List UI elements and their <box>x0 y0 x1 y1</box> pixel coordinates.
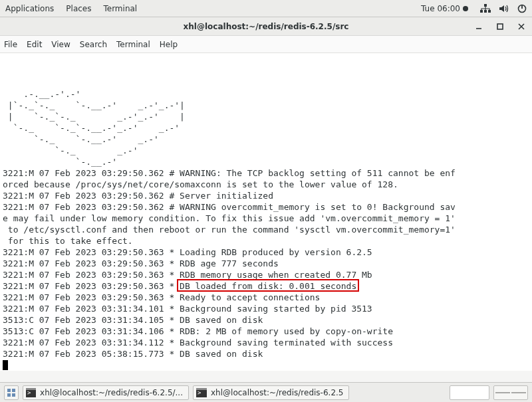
terminal-icon <box>26 388 36 397</box>
window-titlebar: xhl@localhost:~/redis/redis-6.2.5/src <box>0 17 532 36</box>
svg-rect-13 <box>12 393 15 397</box>
taskbar-app-2-label: xhl@localhost:~/redis/redis-6.2.5 <box>211 388 343 397</box>
terminal-menu[interactable]: Terminal <box>103 4 137 13</box>
menu-search[interactable]: Search <box>80 40 107 49</box>
svg-rect-12 <box>7 393 11 397</box>
terminal-cursor <box>3 360 8 370</box>
terminal-line: `-.__.-' <box>3 156 529 167</box>
svg-rect-11 <box>12 389 15 392</box>
network-icon[interactable] <box>480 4 491 13</box>
clock[interactable]: Tue 06:00 <box>421 4 468 13</box>
terminal-line: 3513:C 07 Feb 2023 03:31:34.105 * DB sav… <box>3 314 529 326</box>
terminal-line: orced because /proc/sys/net/core/somaxco… <box>3 179 529 190</box>
terminal-line: 3221:M 07 Feb 2023 03:29:50.363 * RDB ag… <box>3 258 529 269</box>
terminal-line: to /etc/sysctl.conf and then reboot or r… <box>3 224 529 235</box>
terminal-line: `-._ _.-' <box>3 145 529 156</box>
terminal-line: 3221:M 07 Feb 2023 03:29:50.363 * RDB me… <box>3 269 529 280</box>
window-minimize-button[interactable] <box>472 20 485 33</box>
terminal-cursor-line <box>3 359 529 371</box>
terminal-line: 3221:M 07 Feb 2023 03:29:50.363 * DB loa… <box>3 280 529 292</box>
terminal-line: .-.__.-'.-' <box>3 88 529 100</box>
terminal-line: 3221:M 07 Feb 2023 03:29:50.363 * Loadin… <box>3 247 529 258</box>
terminal-line: for this to take effect. <box>3 235 529 247</box>
terminal-line: 3221:M 07 Feb 2023 03:31:34.112 * Backgr… <box>3 337 529 348</box>
terminal-line: 3221:M 07 Feb 2023 03:29:50.362 # Server… <box>3 190 529 201</box>
menu-terminal[interactable]: Terminal <box>116 40 150 49</box>
window-title: xhl@localhost:~/redis/redis-6.2.5/src <box>184 22 349 31</box>
taskbar-app-1[interactable]: xhl@localhost:~/redis/redis-6.2.5/... <box>23 385 189 400</box>
terminal-line: 3221:M 07 Feb 2023 03:29:50.362 # WARNIN… <box>3 201 529 213</box>
clock-text: Tue 06:00 <box>421 4 460 13</box>
terminal-line: 3221:M 07 Feb 2023 03:29:50.362 # WARNIN… <box>3 167 529 179</box>
terminal-line: 3221:M 07 Feb 2023 03:31:34.101 * Backgr… <box>3 303 529 314</box>
svg-rect-3 <box>488 10 491 13</box>
workspace-2[interactable] <box>511 392 526 393</box>
power-icon[interactable] <box>517 4 527 13</box>
svg-rect-0 <box>484 4 487 7</box>
svg-rect-2 <box>484 10 487 13</box>
applications-menu[interactable]: Applications <box>5 4 54 13</box>
svg-rect-7 <box>497 24 503 29</box>
svg-rect-10 <box>7 389 11 392</box>
bottom-taskbar: xhl@localhost:~/redis/redis-6.2.5/... xh… <box>0 382 532 402</box>
volume-icon[interactable] <box>499 4 509 13</box>
show-desktop-button[interactable] <box>4 385 19 400</box>
menu-view[interactable]: View <box>51 40 70 49</box>
terminal-line: 3221:M 07 Feb 2023 03:29:50.363 * Ready … <box>3 292 529 303</box>
system-top-panel: Applications Places Terminal Tue 06:00 <box>0 0 532 17</box>
svg-rect-1 <box>480 10 483 13</box>
terminal-line: 3513:C 07 Feb 2023 03:31:34.106 * RDB: 2… <box>3 326 529 337</box>
terminal-line: | `-._`-._ _.-'_.-' | <box>3 111 529 122</box>
taskbar-app-1-label: xhl@localhost:~/redis/redis-6.2.5/... <box>40 388 183 397</box>
terminal-line: |`-._`-._ `-.__.-' _.-'_.-'| <box>3 100 529 111</box>
menu-file[interactable]: File <box>4 40 17 49</box>
terminal-line: `-._ `-._`-.__.-'_.-' _.-' <box>3 122 529 134</box>
terminal-line: e may fail under low memory condition. T… <box>3 213 529 224</box>
workspace-1[interactable] <box>495 392 510 393</box>
menu-help[interactable]: Help <box>160 40 178 49</box>
taskbar-app-2[interactable]: xhl@localhost:~/redis/redis-6.2.5 <box>193 385 349 400</box>
system-tray <box>480 4 527 13</box>
terminal-line: `-._ `-.__.-' _.-' <box>3 134 529 145</box>
terminal-viewport[interactable]: .-.__.-'.-' |`-._`-._ `-.__.-' _.-'_.-'|… <box>0 53 532 371</box>
window-close-button[interactable] <box>515 20 528 33</box>
places-menu[interactable]: Places <box>66 4 91 13</box>
terminal-menubar: File Edit View Search Terminal Help <box>0 36 532 53</box>
terminal-icon <box>196 388 207 397</box>
terminal-line: 3221:M 07 Feb 2023 05:38:15.773 * DB sav… <box>3 348 529 359</box>
window-maximize-button[interactable] <box>493 20 507 33</box>
menu-edit[interactable]: Edit <box>27 40 42 49</box>
taskbar-input-box[interactable] <box>450 385 489 400</box>
workspace-switcher[interactable] <box>493 385 528 400</box>
